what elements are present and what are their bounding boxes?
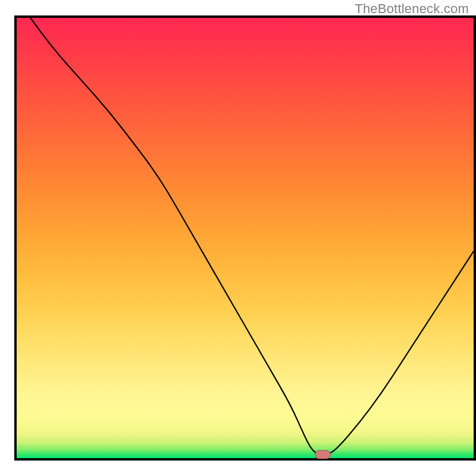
bottleneck-chart bbox=[0, 0, 476, 476]
chart-container: TheBottleneck.com bbox=[0, 0, 476, 476]
watermark-text: TheBottleneck.com bbox=[355, 1, 469, 17]
optimal-marker bbox=[315, 450, 331, 459]
